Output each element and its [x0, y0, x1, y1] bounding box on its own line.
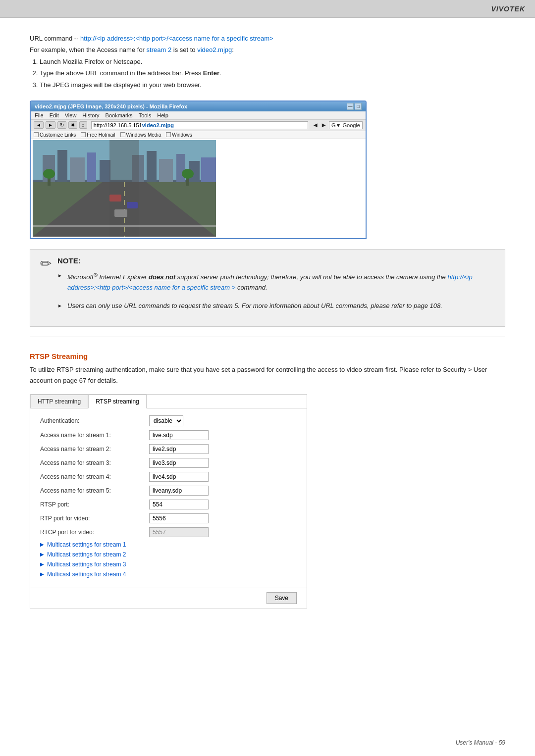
label-authentication: Authentication:	[40, 417, 149, 424]
ff-address-bar[interactable]: http://192.168.5.151video2.mjpg	[91, 121, 308, 129]
field-rtp-port-video: RTP port for video:	[40, 513, 297, 523]
input-stream3[interactable]	[149, 458, 209, 468]
menu-file[interactable]: File	[35, 112, 44, 118]
note-bullet-2-text: Users can only use URL commands to reque…	[67, 302, 442, 309]
ff-address-prefix: http://192.168.5.151	[94, 122, 142, 128]
ff-menubar: File Edit View History Bookmarks Tools H…	[31, 111, 366, 120]
field-authentication: Authentication: disable basic digest	[40, 415, 297, 426]
expand-multicast-1[interactable]: ▶ Multicast settings for stream 1	[40, 541, 297, 548]
label-stream4: Access name for stream 4:	[40, 473, 149, 480]
step-2: Type the above URL command in the addres…	[40, 67, 505, 79]
ff-reload-btn[interactable]: ↻	[57, 121, 66, 129]
main-content: URL command -- http://<ip address>:<http…	[0, 18, 535, 638]
expand-icon-2: ▶	[40, 552, 44, 557]
ff-toolbar: ◄ ► ↻ ✖ ⌂ http://192.168.5.151video2.mjp…	[31, 120, 366, 131]
ff-controls: — □	[347, 103, 362, 110]
ff-back-btn[interactable]: ◄	[34, 121, 44, 129]
page: VIVOTEK URL command -- http://<ip addres…	[0, 0, 535, 756]
label-stream1: Access name for stream 1:	[40, 432, 149, 439]
expand-label-1: Multicast settings for stream 1	[47, 541, 126, 548]
ff-maximize-btn[interactable]: □	[355, 103, 362, 110]
field-stream5: Access name for stream 5:	[40, 486, 297, 496]
expand-multicast-4[interactable]: ▶ Multicast settings for stream 4	[40, 571, 297, 578]
menu-view[interactable]: View	[65, 112, 77, 118]
menu-bookmarks[interactable]: Bookmarks	[106, 112, 133, 118]
rtsp-streaming-section: RTSP Streaming To utilize RTSP streaming…	[30, 352, 505, 608]
page-footer: User's Manual - 59	[456, 739, 505, 746]
bookmark-customize: Customize Links	[34, 132, 76, 138]
tab-rtsp-streaming[interactable]: RTSP streaming	[88, 395, 147, 408]
menu-tools[interactable]: Tools	[139, 112, 152, 118]
url-command-section: URL command -- http://<ip address>:<http…	[30, 33, 505, 91]
url-command-label: URL command --	[30, 35, 78, 42]
save-button[interactable]: Save	[267, 592, 297, 604]
bookmark-checkbox-1	[34, 132, 39, 137]
expand-label-4: Multicast settings for stream 4	[47, 571, 126, 578]
note-content: NOTE: Microsoft® Internet Explorer does …	[57, 256, 495, 319]
expand-icon-4: ▶	[40, 571, 44, 577]
menu-edit[interactable]: Edit	[50, 112, 59, 118]
menu-history[interactable]: History	[82, 112, 99, 118]
steps-list: Launch Mozilla Firefox or Netscape. Type…	[40, 56, 505, 91]
ff-stop-btn[interactable]: ✖	[68, 121, 77, 129]
svg-rect-3	[70, 157, 85, 182]
road-svg	[33, 140, 216, 237]
svg-rect-11	[201, 157, 216, 182]
svg-rect-7	[147, 151, 157, 182]
expand-label-2: Multicast settings for stream 2	[47, 551, 126, 558]
svg-rect-9	[176, 154, 185, 182]
panel-footer: Save	[30, 588, 307, 608]
note-bullet-1: Microsoft® Internet Explorer does not su…	[57, 271, 495, 293]
separator-1	[30, 337, 505, 337]
input-rtp-port-video[interactable]	[149, 513, 209, 523]
input-stream4[interactable]	[149, 472, 209, 482]
ff-nav-arrow2: ►	[321, 121, 327, 129]
example-line: For example, when the Access name for st…	[30, 44, 505, 55]
field-stream2: Access name for stream 2:	[40, 444, 297, 454]
field-stream3: Access name for stream 3:	[40, 458, 297, 468]
is-set-to: is set to	[173, 46, 196, 53]
ff-content-area	[31, 139, 366, 238]
field-stream4: Access name for stream 4:	[40, 472, 297, 482]
expand-multicast-3[interactable]: ▶ Multicast settings for stream 3	[40, 561, 297, 568]
bookmark-label-1: Customize Links	[40, 132, 76, 138]
tab-http-streaming[interactable]: HTTP streaming	[30, 395, 88, 408]
note-link-1: http://<ip address>:<http port>/<access …	[67, 273, 473, 291]
ff-title: video2.mjpg (JPEG Image, 320x240 pixels)…	[35, 103, 187, 109]
ff-home-btn[interactable]: ⌂	[79, 121, 87, 129]
colon: :	[232, 46, 234, 53]
bookmark-windows-media: Windows Media	[120, 132, 161, 138]
step-1: Launch Mozilla Firefox or Netscape.	[40, 56, 505, 67]
label-rtcp-port-video: RTCP port for video:	[40, 529, 149, 536]
example-text: For example, when the Access name for	[30, 46, 145, 53]
step-3: The JPEG images will be displayed in you…	[40, 79, 505, 91]
select-authentication[interactable]: disable basic digest	[149, 415, 183, 426]
input-stream5[interactable]	[149, 486, 209, 496]
svg-rect-2	[57, 150, 67, 182]
rtsp-title: RTSP Streaming	[30, 352, 505, 360]
svg-rect-5	[100, 160, 110, 182]
ff-search-bar[interactable]: G▼ Google	[329, 121, 363, 129]
expand-multicast-2[interactable]: ▶ Multicast settings for stream 2	[40, 551, 297, 558]
rtsp-description: To utilize RTSP streaming authentication…	[30, 364, 505, 386]
bookmark-label-4: Windows	[172, 132, 192, 138]
label-stream5: Access name for stream 5:	[40, 487, 149, 494]
bookmark-hotmail: Free Hotmail	[81, 132, 115, 138]
url-command-line: URL command -- http://<ip address>:<http…	[30, 33, 505, 44]
does-not-text: does not	[149, 273, 175, 281]
note-icon: ✏	[40, 255, 52, 272]
ff-titlebar: video2.mjpg (JPEG Image, 320x240 pixels)…	[31, 101, 366, 111]
ff-forward-btn[interactable]: ►	[46, 121, 55, 129]
ff-minimize-btn[interactable]: —	[347, 103, 354, 110]
input-stream1[interactable]	[149, 430, 209, 440]
ff-search-label: G▼ Google	[331, 122, 360, 128]
svg-point-18	[182, 169, 194, 179]
note-bullet-2: Users can only use URL commands to reque…	[57, 301, 495, 311]
input-rtsp-port[interactable]	[149, 500, 209, 509]
input-stream2[interactable]	[149, 444, 209, 454]
ff-nav-arrow1: ◄	[312, 121, 319, 129]
menu-help[interactable]: Help	[157, 112, 168, 118]
svg-point-16	[43, 169, 55, 179]
svg-rect-19	[109, 195, 121, 202]
panel-tabs: HTTP streaming RTSP streaming	[30, 395, 307, 408]
